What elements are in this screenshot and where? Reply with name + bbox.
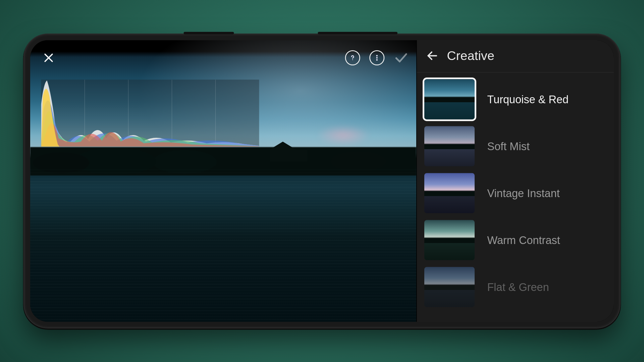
preset-label: Turquoise & Red	[487, 93, 569, 106]
preview-decoration	[316, 125, 371, 146]
photo-preview[interactable]	[30, 40, 417, 322]
preset-thumbnail	[424, 220, 475, 260]
panel-header: Creative	[417, 40, 614, 72]
preview-toolbar	[41, 50, 409, 65]
presets-panel: Creative Turquoise & Red Soft Mist Vinta…	[417, 40, 614, 322]
svg-point-4	[376, 57, 378, 58]
preset-item-turquoise-red[interactable]: Turquoise & Red	[424, 79, 606, 119]
preset-item-vintage-instant[interactable]: Vintage Instant	[424, 173, 606, 213]
more-options-icon[interactable]	[369, 50, 384, 65]
phone-frame: Creative Turquoise & Red Soft Mist Vinta…	[24, 35, 620, 328]
confirm-checkmark-icon[interactable]	[394, 50, 409, 65]
preset-thumbnail	[424, 79, 475, 119]
svg-point-2	[352, 59, 353, 60]
svg-point-3	[376, 55, 378, 56]
preset-thumbnail	[424, 126, 475, 166]
preset-label: Vintage Instant	[487, 187, 560, 200]
preset-item-warm-contrast[interactable]: Warm Contrast	[424, 220, 606, 260]
preset-thumbnail	[424, 267, 475, 307]
preset-label: Warm Contrast	[487, 234, 560, 247]
preset-thumbnail	[424, 173, 475, 213]
preview-decoration	[30, 170, 416, 322]
app-screen: Creative Turquoise & Red Soft Mist Vinta…	[30, 40, 614, 322]
preset-list[interactable]: Turquoise & Red Soft Mist Vintage Instan…	[417, 72, 614, 322]
preset-item-flat-green[interactable]: Flat & Green	[424, 267, 606, 307]
preset-label: Soft Mist	[487, 140, 530, 153]
preset-item-soft-mist[interactable]: Soft Mist	[424, 126, 606, 166]
histogram-overlay	[41, 80, 259, 147]
back-arrow-icon[interactable]	[426, 50, 439, 62]
close-button[interactable]	[41, 50, 56, 65]
panel-title: Creative	[447, 49, 495, 63]
svg-point-5	[376, 59, 378, 61]
help-icon[interactable]	[345, 50, 360, 65]
preset-label: Flat & Green	[487, 281, 549, 294]
